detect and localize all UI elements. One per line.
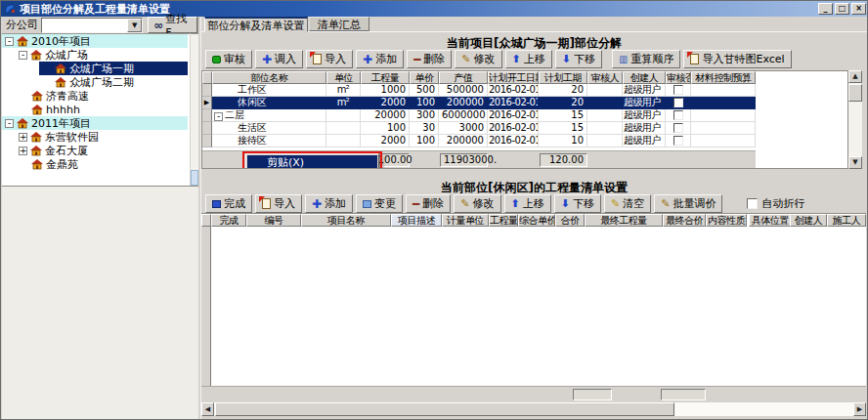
house-icon bbox=[31, 91, 43, 102]
col-auditor: 审核人 bbox=[587, 71, 623, 84]
table-row-selected[interactable]: ▶ 休闲区 m² 2000 100 200000 2016-02-01 20 超… bbox=[202, 97, 756, 109]
tree-item-label: 2011年项目 bbox=[31, 116, 91, 131]
total-duration: 120.00 bbox=[540, 153, 587, 167]
arrow-up-icon: ⬆ bbox=[511, 198, 520, 209]
tree-item-jiqing[interactable]: 济青高速 bbox=[2, 89, 190, 103]
audited-checkbox[interactable] bbox=[673, 136, 683, 146]
move-down-button[interactable]: ⬇下移 bbox=[555, 50, 602, 68]
boq-table: 完成 编号 项目名称 项目描述 计量单位 工程量 综合单价 合价 最终工程量 最… bbox=[201, 213, 866, 402]
col-final-total: 最终合价 bbox=[663, 214, 706, 227]
col-location: 具体位置 bbox=[749, 214, 792, 227]
tree-item-jinding[interactable]: 金鼎苑 bbox=[2, 157, 190, 171]
import-button[interactable]: 导入 bbox=[306, 50, 353, 68]
col-builder: 施工人 bbox=[827, 214, 866, 227]
close-button[interactable]: × bbox=[851, 3, 866, 15]
tree-item-2010[interactable]: -2010年项目 bbox=[2, 34, 190, 48]
recalc-order-button[interactable]: ▥重算顺序 bbox=[612, 50, 680, 68]
row-selector-header bbox=[202, 71, 212, 84]
find-button[interactable]: ∞ 查找F bbox=[148, 17, 197, 33]
move-up-button[interactable]: ⬆上移 bbox=[505, 50, 552, 68]
audited-checkbox[interactable] bbox=[673, 98, 683, 107]
delete-button[interactable]: ━删除 bbox=[407, 50, 452, 68]
part-name-cell: 生活区 bbox=[212, 122, 326, 135]
collapse-icon[interactable]: - bbox=[5, 119, 14, 128]
collapse-icon[interactable]: - bbox=[214, 112, 223, 121]
col-quantity: 工程量 bbox=[489, 214, 518, 227]
modify-button[interactable]: ✎修改 bbox=[454, 194, 500, 213]
minimize-button[interactable]: _ bbox=[818, 3, 833, 15]
col-part-name: 部位名称 bbox=[212, 71, 326, 84]
delete-button[interactable]: ━删除 bbox=[406, 194, 451, 213]
expand-icon[interactable]: + bbox=[19, 133, 27, 142]
tree-item-label: 众城广场一期 bbox=[69, 62, 134, 76]
scroll-up-icon[interactable]: ▲ bbox=[848, 70, 862, 83]
arrow-down-icon: ⬇ bbox=[561, 198, 570, 209]
light-blue-square-icon bbox=[363, 200, 371, 208]
tree-item-2011[interactable]: -2011年项目 bbox=[2, 116, 190, 130]
plus-icon: ✚ bbox=[363, 54, 372, 65]
tree-item-hhhhh[interactable]: hhhhh bbox=[2, 103, 190, 116]
add-button[interactable]: ✚添加 bbox=[305, 194, 353, 213]
tree-item-jinshi[interactable]: +金石大厦 bbox=[2, 144, 190, 157]
tree-item-zhongcheng-phase1[interactable]: 众城广场一期 bbox=[2, 62, 190, 75]
tree-scrollbar-thumb[interactable] bbox=[191, 170, 198, 186]
audit-button[interactable]: 审核 bbox=[205, 50, 252, 68]
hscrollbar-thumb[interactable] bbox=[215, 402, 674, 416]
maximize-button[interactable]: □ bbox=[835, 3, 849, 15]
collapse-icon[interactable]: - bbox=[19, 51, 27, 60]
clear-label: 清空 bbox=[623, 196, 644, 211]
tree-item-label: hhhhh bbox=[46, 104, 80, 116]
modify-button[interactable]: ✎修改 bbox=[455, 50, 501, 68]
change-button[interactable]: 变更 bbox=[356, 194, 403, 213]
table-row[interactable]: 接待区 2000 100 200000 2016-02-01 10 超级用户 bbox=[202, 135, 756, 147]
col-item-name: 项目名称 bbox=[301, 214, 391, 227]
import-button[interactable]: 导入 bbox=[255, 194, 302, 213]
collapse-icon[interactable]: - bbox=[5, 37, 14, 46]
auto-wrap-checkbox[interactable] bbox=[747, 198, 758, 209]
add-button[interactable]: ✚添加 bbox=[356, 50, 404, 68]
tab-decomposition[interactable]: 部位分解及清单设置 bbox=[204, 17, 308, 32]
finish-button[interactable]: 完成 bbox=[205, 194, 252, 213]
branch-combobox[interactable]: ▼ bbox=[41, 18, 143, 33]
table-row[interactable]: -二层 20000 300 6000000 2016-02-01 15 超级用户 bbox=[202, 109, 756, 122]
window-title: 项目部位分解及工程量清单设置 bbox=[20, 2, 170, 17]
table-row[interactable]: 生活区 100 30 3000 2016-02-01 15 超级用户 bbox=[202, 122, 756, 135]
move-down-button[interactable]: ⬇下移 bbox=[554, 194, 601, 213]
audited-checkbox[interactable] bbox=[673, 123, 683, 133]
scroll-right-icon[interactable]: ▶ bbox=[853, 402, 866, 416]
pull-in-label: 调入 bbox=[275, 52, 296, 66]
paste-import-icon bbox=[262, 198, 271, 209]
pull-in-button[interactable]: ✚调入 bbox=[255, 50, 303, 68]
col-measure-unit: 计量单位 bbox=[442, 214, 489, 227]
tree-item-zhongcheng[interactable]: -众城广场 bbox=[2, 48, 190, 62]
add-label: 添加 bbox=[325, 196, 346, 211]
batch-price-button[interactable]: ✎批量调价 bbox=[654, 194, 722, 213]
notepad-icon: ✎ bbox=[460, 198, 469, 209]
move-up-button[interactable]: ⬆上移 bbox=[504, 194, 551, 213]
tab-summary[interactable]: 清单汇总 bbox=[309, 17, 369, 31]
col-total: 合价 bbox=[555, 214, 585, 227]
table-row[interactable]: 工作区 m² 1000 500 500000 2016-02-01 20 超级用… bbox=[202, 84, 756, 97]
vscrollbar-thumb[interactable] bbox=[848, 84, 862, 102]
left-panel-empty-area bbox=[2, 187, 198, 419]
audit-label: 审核 bbox=[224, 52, 245, 66]
audited-checkbox[interactable] bbox=[673, 110, 683, 120]
scroll-left-icon[interactable]: ◀ bbox=[201, 402, 214, 416]
tree-item-dongying[interactable]: +东营软件园 bbox=[2, 130, 190, 144]
parts-table-vscrollbar[interactable]: ▲ ▼ bbox=[848, 70, 862, 169]
clear-button[interactable]: ✎清空 bbox=[604, 194, 651, 213]
tree-item-label: 2010年项目 bbox=[31, 34, 91, 49]
boq-hscrollbar[interactable]: ◀ ▶ bbox=[201, 402, 866, 416]
tree-item-label: 济青高速 bbox=[46, 89, 89, 104]
scroll-down-icon[interactable]: ▼ bbox=[848, 156, 862, 169]
tree-item-label: 众城广场 bbox=[45, 48, 88, 63]
tree-item-label: 东营软件园 bbox=[45, 130, 99, 145]
tree-item-zhongcheng-phase2[interactable]: 众城广场二期 bbox=[2, 75, 190, 89]
tree-scrollbar[interactable] bbox=[191, 33, 198, 186]
audited-checkbox[interactable] bbox=[673, 85, 683, 95]
modify-label: 修改 bbox=[473, 196, 495, 211]
paste-import-icon bbox=[313, 54, 322, 64]
chevron-down-icon[interactable]: ▼ bbox=[127, 19, 142, 32]
expand-icon[interactable]: + bbox=[19, 147, 27, 155]
import-gantt-button[interactable]: 导入甘特图Excel bbox=[683, 50, 791, 68]
